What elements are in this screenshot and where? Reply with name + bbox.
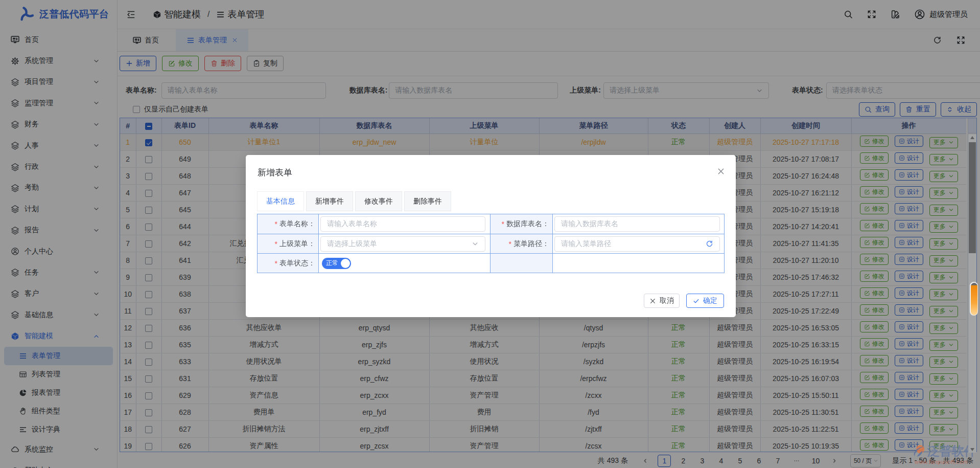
- scroll-handle-core: [971, 283, 977, 315]
- dialog-form-name-input[interactable]: 请输入表单名称: [320, 216, 485, 232]
- scrollbar-thumb[interactable]: [969, 142, 976, 253]
- required-mark: *: [275, 240, 277, 248]
- dialog-tab-删除事件[interactable]: 删除事件: [404, 191, 451, 211]
- refresh-icon[interactable]: [706, 240, 713, 248]
- dialog-db-name-input[interactable]: 请输入数据库表名: [554, 216, 720, 232]
- dialog-parent-menu-select[interactable]: 请选择上级菜单: [320, 236, 485, 252]
- dialog-footer: 取消 确定: [637, 294, 724, 308]
- dialog-title: 新增表单: [258, 168, 292, 177]
- placeholder-text: 请输入表单名称: [327, 219, 479, 229]
- dialog-tab-修改事件[interactable]: 修改事件: [355, 191, 402, 211]
- required-mark: *: [275, 220, 277, 228]
- placeholder-text: 请输入数据库表名: [561, 219, 713, 229]
- placeholder-text: 请选择上级菜单: [327, 239, 472, 249]
- confirm-button[interactable]: 确定: [686, 294, 724, 308]
- scroll-handle[interactable]: [970, 282, 978, 316]
- dialog-tab-新增事件[interactable]: 新增事件: [306, 191, 353, 211]
- field-label: 数据库表名：: [506, 219, 549, 229]
- form-status-toggle[interactable]: 正常: [322, 258, 351, 269]
- toggle-label: 正常: [326, 259, 338, 268]
- dialog-menu-path-input[interactable]: 请输入菜单路径: [554, 236, 720, 252]
- dialog-tabs: 基本信息新增事件修改事件删除事件: [246, 191, 736, 211]
- required-mark: *: [502, 220, 504, 228]
- dialog-form: *表单名称： 请输入表单名称 *数据库表名： 请输入数据库表名 *上级菜单： 请…: [257, 214, 725, 273]
- scroll-up-arrow-icon[interactable]: [970, 136, 974, 139]
- cancel-button[interactable]: 取消: [644, 294, 680, 308]
- field-label: 表单名称：: [279, 219, 315, 229]
- toggle-knob: [341, 259, 350, 268]
- required-mark: *: [509, 240, 511, 248]
- close-dialog-icon[interactable]: [717, 167, 725, 175]
- button-label: 确定: [703, 296, 717, 305]
- dialog-tab-基本信息[interactable]: 基本信息: [257, 191, 304, 211]
- field-label: 菜单路径：: [514, 239, 549, 249]
- close-icon: [649, 298, 656, 304]
- dialog-header: 新增表单: [246, 155, 736, 179]
- placeholder-text: 请输入菜单路径: [561, 239, 706, 249]
- button-label: 取消: [660, 296, 674, 305]
- chevron-down-icon: [472, 240, 479, 248]
- field-label: 表单状态：: [279, 259, 315, 268]
- field-label: 上级菜单：: [279, 239, 315, 249]
- required-mark: *: [275, 259, 277, 268]
- add-form-dialog: 新增表单 基本信息新增事件修改事件删除事件 *表单名称： 请输入表单名称 *数据…: [246, 155, 736, 317]
- scroll-down-arrow-icon[interactable]: [970, 448, 974, 451]
- check-icon: [693, 298, 699, 304]
